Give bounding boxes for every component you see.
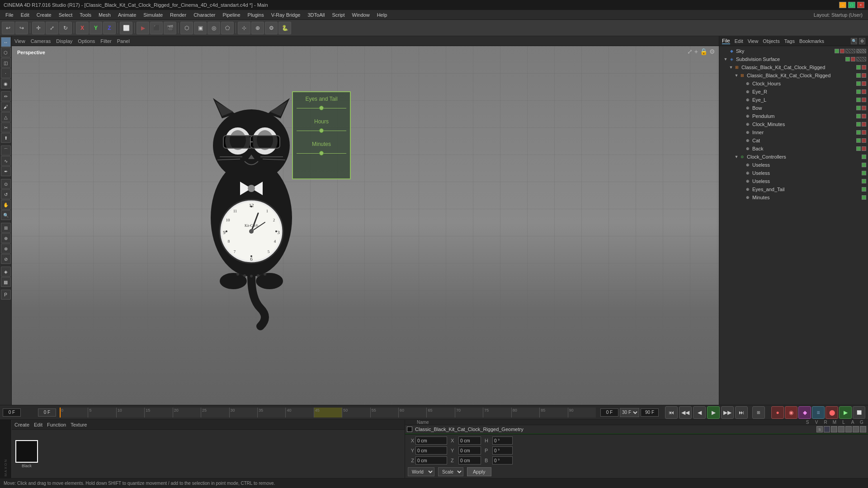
obj-row-rigged1[interactable]: ▼ ⊞ Classic_Black_Kit_Cat_Clock_Rigged <box>719 63 868 71</box>
tool-python2[interactable]: P <box>1 290 11 300</box>
obj-render-bow[interactable] <box>862 106 866 110</box>
obj-vis-inner[interactable] <box>856 130 861 135</box>
render-btn[interactable]: ▶ <box>137 22 149 34</box>
obj-dot-red-sky[interactable] <box>840 49 844 53</box>
tool-sculpt[interactable]: △ <box>1 112 11 122</box>
tool-camera-orbit[interactable]: ↺ <box>1 189 11 199</box>
play-rev-btn[interactable]: ◀ <box>693 406 706 419</box>
tool-knife[interactable]: ✂ <box>1 122 11 132</box>
motion-record-btn[interactable]: ⬤ <box>826 406 838 419</box>
expand-bow[interactable] <box>739 105 745 111</box>
obj-tab-bookmarks[interactable]: Bookmarks <box>799 38 824 44</box>
obj-row-sky[interactable]: ◆ Sky <box>719 47 868 55</box>
expand-eye-l[interactable] <box>739 97 745 103</box>
magnet-btn[interactable]: ⊹ <box>238 22 250 34</box>
obj-render-inner[interactable] <box>862 130 866 135</box>
record-btn[interactable]: ● <box>771 406 784 419</box>
obj-row-bow[interactable]: ⊕ Bow <box>719 104 868 112</box>
expand-clock-ctrl[interactable]: ▼ <box>734 154 739 160</box>
prev-key-btn[interactable]: ◀◀ <box>679 406 692 419</box>
go-start-btn[interactable]: ⏮ <box>665 406 678 419</box>
expand-eyes-tail[interactable] <box>739 187 745 192</box>
z-input[interactable] <box>415 456 447 465</box>
tool-subdivide[interactable]: ⊘ <box>1 254 11 264</box>
mat-icon-g1[interactable] <box>860 426 866 432</box>
menu-vray[interactable]: V-Ray Bridge <box>268 11 304 19</box>
tool-brush[interactable]: 🖌 <box>1 102 11 112</box>
obj-tab-view[interactable]: View <box>748 38 759 44</box>
menu-character[interactable]: Character <box>190 11 219 19</box>
go-start2-btn[interactable]: ⊞ <box>752 406 765 419</box>
menu-mesh[interactable]: Mesh <box>95 11 114 19</box>
mat-swatch-black-box[interactable] <box>15 440 38 463</box>
obj-mgr-search-icon[interactable]: 🔍 <box>851 38 857 44</box>
b-input[interactable] <box>492 456 513 465</box>
vp-tab-options[interactable]: Options <box>78 38 95 44</box>
apply-button[interactable]: Apply <box>467 467 491 476</box>
expand-minutes[interactable] <box>739 195 745 200</box>
obj-vis-u1[interactable] <box>862 163 866 167</box>
expand-subdiv[interactable]: ▼ <box>723 56 728 62</box>
obj-row-back[interactable]: ⊕ Back <box>719 145 868 153</box>
mat-ed-tab-edit[interactable]: Edit <box>34 422 42 427</box>
obj-render-cm[interactable] <box>862 122 866 127</box>
menu-pipeline[interactable]: Pipeline <box>219 11 244 19</box>
obj-render-pend[interactable] <box>862 114 866 118</box>
obj-render-r1[interactable] <box>862 65 866 70</box>
mat-icon-v1[interactable] <box>824 426 830 432</box>
expand-pendulum[interactable] <box>739 113 745 119</box>
redo-button[interactable]: ↪ <box>15 22 28 34</box>
tool-extrude[interactable]: ⬆ <box>1 133 11 143</box>
obj-vis-subdiv[interactable] <box>845 57 850 61</box>
x-axis-btn[interactable]: X <box>76 22 89 34</box>
h-input[interactable] <box>492 436 513 445</box>
obj-vis-r2[interactable] <box>856 73 861 78</box>
mat-icon-a1[interactable] <box>853 426 859 432</box>
mat-row-geometry[interactable]: Classic_Black_Kit_Cat_Clock_Rigged_Geome… <box>405 425 868 433</box>
obj-vis-cm[interactable] <box>856 122 861 127</box>
current-frame-input[interactable] <box>38 408 56 417</box>
tool-move[interactable]: ↔ <box>1 37 11 47</box>
tool-magnet2[interactable]: ⊗ <box>1 244 11 253</box>
tool-camera-pan[interactable]: ✋ <box>1 200 11 210</box>
obj-render-cat[interactable] <box>862 138 866 143</box>
obj-render-er[interactable] <box>862 89 866 94</box>
mat-ed-tab-function[interactable]: Function <box>47 422 66 427</box>
obj-row-subdiv[interactable]: ▼ ◈ Subdivision Surface <box>719 55 868 63</box>
tool-live[interactable]: ◉ <box>1 79 11 89</box>
mat-ed-tab-texture[interactable]: Texture <box>71 422 87 427</box>
obj-row-eye-l[interactable]: ⊕ Eye_L <box>719 96 868 104</box>
obj-render-subdiv[interactable] <box>851 57 855 61</box>
annot-dot-minutes[interactable] <box>319 151 324 155</box>
obj-row-clock-minutes[interactable]: ⊕ Clock_Minutes <box>719 120 868 128</box>
select-all-btn[interactable]: ⬡ <box>180 22 193 34</box>
move-tool[interactable]: ✛ <box>32 22 45 34</box>
obj-row-eye-r[interactable]: ⊕ Eye_R <box>719 88 868 96</box>
tool-bezier[interactable]: ∿ <box>1 156 11 166</box>
expand-rigged1[interactable]: ▼ <box>728 65 734 70</box>
vp-tab-panel[interactable]: Panel <box>117 38 130 44</box>
obj-render-el[interactable] <box>862 98 866 102</box>
menu-tools[interactable]: Tools <box>76 11 95 19</box>
select-poly-btn[interactable]: ⬠ <box>221 22 234 34</box>
select-circle-btn[interactable]: ◎ <box>208 22 220 34</box>
scale-tool[interactable]: ⤢ <box>46 22 58 34</box>
expand-useless3[interactable] <box>739 178 745 184</box>
obj-row-useless3[interactable]: ⊕ Useless <box>719 177 868 185</box>
obj-tab-tags[interactable]: Tags <box>784 38 795 44</box>
minimize-button[interactable]: − <box>839 2 846 8</box>
menu-simulate[interactable]: Simulate <box>140 11 166 19</box>
menu-plugins[interactable]: Plugins <box>244 11 268 19</box>
obj-tab-edit[interactable]: Edit <box>735 38 743 44</box>
current-frame-display[interactable] <box>600 408 618 417</box>
obj-mgr-config-icon[interactable]: ⚙ <box>859 38 865 44</box>
z-axis-btn[interactable]: Z <box>103 22 116 34</box>
expand-back[interactable] <box>739 146 745 151</box>
obj-row-minutes[interactable]: ⊕ Minutes <box>719 193 868 202</box>
obj-vis-u2[interactable] <box>862 171 866 175</box>
python-btn[interactable]: 🐍 <box>278 22 291 34</box>
menu-file[interactable]: File <box>2 11 17 19</box>
menu-animate[interactable]: Animate <box>114 11 140 19</box>
expand-eye-r[interactable] <box>739 89 745 94</box>
obj-row-rigged2[interactable]: ▼ ⊞ Classic_Black_Kit_Cat_Clock_Rigged <box>719 71 868 80</box>
